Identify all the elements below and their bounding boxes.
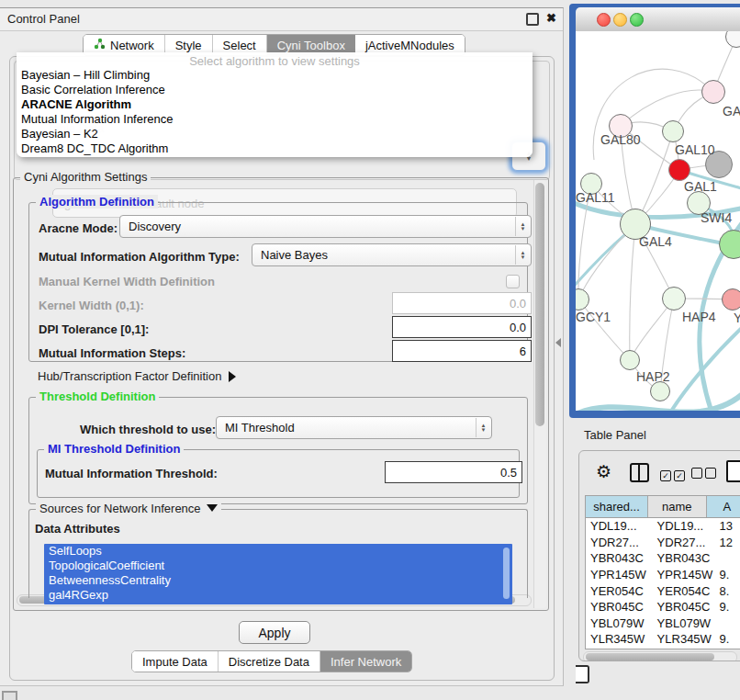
cell: YBR045C	[586, 600, 653, 614]
table-row[interactable]: YBR045CYBR045C9.	[586, 599, 740, 615]
table-row[interactable]: YBR043CYBR043C	[586, 550, 740, 567]
dropdown-item[interactable]: Mutual Information Inference	[17, 112, 533, 127]
settings-vertical-scrollbar-thumb[interactable]	[535, 183, 544, 426]
node-table: shared... name A YDL19...YDL19...13 YDR2…	[585, 495, 740, 649]
table-panel-window: ⚙ ✓✓ shared... name A YDL19...YDL19...13…	[578, 450, 740, 661]
minimize-traffic-light-icon[interactable]	[613, 13, 627, 27]
network-node-label: GAL80	[600, 132, 641, 147]
cell: YPR145W	[653, 568, 715, 581]
table-horizontal-scrollbar[interactable]	[583, 651, 737, 661]
columns-icon[interactable]	[630, 463, 649, 482]
network-window-titlebar[interactable]	[576, 7, 740, 32]
dropdown-item[interactable]: Basic Correlation Inference	[17, 83, 533, 97]
network-node-label: SWI4	[701, 210, 732, 225]
table-row[interactable]: YPR145WYPR145W9.	[586, 567, 740, 583]
cell: YIL052C	[653, 649, 715, 649]
attributes-scrollbar-thumb[interactable]	[503, 548, 510, 599]
dpi-tolerance-value: 0.0	[510, 321, 526, 334]
aracne-mode-label: Aracne Mode:	[39, 221, 118, 235]
table-row[interactable]: YER054CYER054C8.	[586, 582, 740, 599]
network-node[interactable]	[620, 350, 640, 370]
dropdown-item-selected[interactable]: ARACNE Algorithm	[17, 97, 533, 112]
kernel-width-label: Kernel Width (0,1):	[39, 299, 144, 312]
cell: 13	[715, 519, 740, 533]
algorithm-dropdown-list: Select algorithm to view settings Bayesi…	[17, 52, 533, 157]
attribute-item[interactable]: BetweennessCentrality	[44, 573, 512, 588]
network-node[interactable]	[650, 381, 670, 401]
tab-select-label: Select	[223, 39, 256, 52]
dpi-tolerance-field[interactable]: 0.0	[392, 316, 532, 338]
which-threshold-label: Which threshold to use:	[80, 423, 216, 436]
tab-infer-network[interactable]: Infer Network	[320, 651, 411, 672]
dropdown-item[interactable]: Dream8 DC_TDC Algorithm	[17, 141, 533, 156]
partial-grid-icon[interactable]	[2, 691, 17, 700]
mi-threshold-label: Mutual Information Threshold:	[45, 467, 218, 480]
threshold-definition-group: Threshold Definition Which threshold to …	[28, 397, 528, 504]
table-row[interactable]: YDR27...YDR27...12	[586, 535, 740, 551]
splitpane-collapse-handle[interactable]	[555, 338, 561, 347]
application-root: Control Panel ✖ Network Style Select Cyn…	[0, 0, 740, 700]
manual-kernel-width-checkbox[interactable]	[506, 275, 520, 288]
network-node-label: GAL4	[639, 234, 672, 249]
network-node-label: GAL1	[684, 179, 717, 194]
network-node[interactable]	[701, 80, 725, 104]
mi-algorithm-type-combo[interactable]: Naive Bayes ▲▼	[252, 243, 532, 266]
tab-impute-data[interactable]: Impute Data	[132, 651, 219, 672]
document-icon[interactable]	[726, 460, 740, 482]
network-node-selected-red[interactable]	[668, 159, 690, 181]
cell: 9.	[715, 632, 740, 646]
network-node[interactable]	[722, 288, 740, 310]
combo-stepper-icon: ▲▼	[515, 217, 530, 236]
zoom-traffic-light-icon[interactable]	[630, 13, 644, 27]
select-all-checkboxes-icon[interactable]: ✓✓	[660, 466, 688, 482]
column-header-shared-name[interactable]: shared...	[586, 496, 648, 517]
cell: YBR045C	[653, 600, 715, 614]
algorithm-dropdown-prompt: Select algorithm to view settings	[17, 52, 533, 68]
table-row[interactable]: YLR345WYLR345W9.	[586, 631, 740, 648]
cell: YBR043C	[586, 551, 653, 565]
aracne-mode-combo[interactable]: Discovery ▲▼	[119, 215, 532, 238]
sources-title-row[interactable]: Sources for Network Inference	[36, 502, 221, 515]
network-node[interactable]	[662, 287, 686, 310]
close-traffic-light-icon[interactable]	[597, 13, 611, 27]
aracne-mode-value: Discovery	[129, 220, 181, 233]
table-horizontal-scrollbar-thumb[interactable]	[586, 653, 714, 660]
table-body: YDL19...YDL19...13 YDR27...YDR27...12 YB…	[586, 518, 740, 649]
tab-discretize-data[interactable]: Discretize Data	[219, 651, 320, 672]
dropdown-item[interactable]: Bayesian – K2	[17, 127, 533, 141]
table-row[interactable]: YDL19...YDL19...13	[586, 518, 740, 535]
network-canvas[interactable]: GAL80 GAL10 GAL1 GAL11 SWI4 GAL4 GCY1 HA…	[576, 31, 740, 411]
mi-threshold-field[interactable]: 0.5	[385, 461, 522, 483]
cell: 8.	[715, 584, 740, 598]
close-icon[interactable]: ✖	[546, 11, 556, 25]
mi-threshold-definition-title: MI Threshold Definition	[44, 442, 184, 456]
table-panel-toolbar: ⚙ ✓✓	[579, 451, 740, 491]
network-node[interactable]	[662, 120, 684, 142]
column-header-name[interactable]: name	[648, 496, 707, 517]
float-window-icon[interactable]	[526, 13, 539, 26]
dropdown-item[interactable]: Bayesian – Hill Climbing	[17, 68, 533, 83]
attribute-item[interactable]: SelfLoops	[44, 544, 512, 559]
cell: YDR27...	[586, 536, 653, 549]
table-row[interactable]: YBL079WYBL079W	[586, 615, 740, 632]
algorithm-definition-group: Algorithm Definition Aracne Mode: Discov…	[28, 202, 528, 362]
which-threshold-combo[interactable]: MI Threshold ▲▼	[216, 416, 492, 439]
hub-transcription-factor-toggle[interactable]: Hub/Transcription Factor Definition	[38, 369, 236, 383]
attribute-item[interactable]: gal4RGexp	[44, 588, 512, 603]
gear-icon[interactable]: ⚙	[596, 461, 611, 482]
data-attributes-list[interactable]: SelfLoops TopologicalCoefficient Between…	[44, 544, 512, 604]
cyni-algorithm-settings-title: Cyni Algorithm Settings	[20, 170, 151, 184]
column-header-partial[interactable]: A	[707, 496, 740, 517]
data-attributes-label: Data Attributes	[35, 522, 120, 536]
deselect-all-checkboxes-icon[interactable]	[691, 466, 719, 482]
mi-steps-field[interactable]: 6	[392, 340, 532, 362]
table-panel-title: Table Panel	[584, 428, 646, 442]
attribute-item[interactable]: TopologicalCoefficient	[44, 559, 512, 573]
tab-infer-network-label: Infer Network	[331, 655, 401, 669]
kernel-width-field[interactable]: 0.0	[392, 292, 532, 314]
settings-vertical-scrollbar[interactable]	[533, 180, 546, 608]
cell: 9.	[715, 568, 740, 581]
table-row[interactable]: YIL052CYIL052C9.	[586, 648, 740, 649]
apply-button[interactable]: Apply	[239, 621, 310, 644]
partial-document-icon[interactable]	[576, 665, 589, 683]
